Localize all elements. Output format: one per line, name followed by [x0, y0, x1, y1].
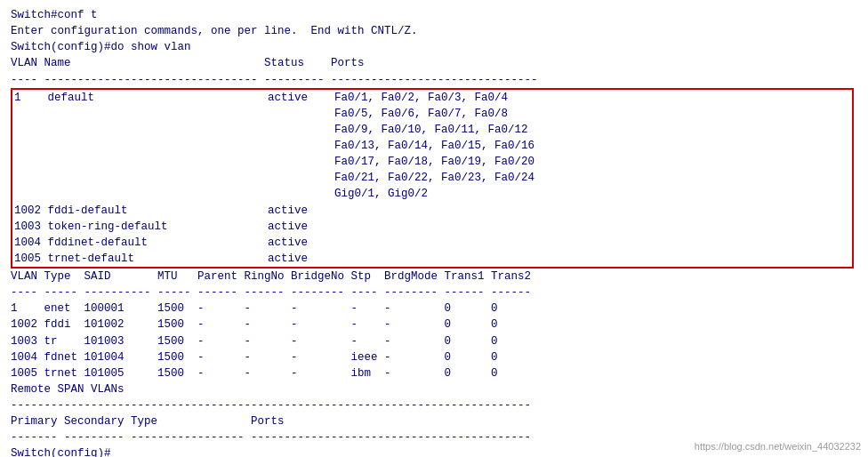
post-line-1: VLAN Type SAID MTU Parent RingNo BridgeN… — [11, 269, 857, 285]
post-line-10: ----------------------------------------… — [11, 397, 857, 413]
line-3: Switch(config)#do show vlan — [11, 39, 857, 55]
post-line-4: 1002 fddi 101002 1500 - - - - - 0 0 — [11, 317, 857, 333]
line-1: Switch#conf t — [11, 7, 857, 23]
post-line-2: ---- ----- ---------- ----- ------ -----… — [11, 285, 857, 301]
vlan-line-2: Fa0/9, Fa0/10, Fa0/11, Fa0/12 — [14, 122, 850, 138]
terminal-window: Switch#conf t Enter configuration comman… — [0, 0, 868, 457]
vlan-highlighted-block: 1 default active Fa0/1, Fa0/2, Fa0/3, Fa… — [11, 88, 854, 269]
post-line-6: 1004 fdnet 101004 1500 - - - ieee - 0 0 — [11, 349, 857, 365]
vlan-line-4: Fa0/17, Fa0/18, Fa0/19, Fa0/20 — [14, 154, 850, 170]
post-line-5: 1003 tr 101003 1500 - - - - - 0 0 — [11, 333, 857, 349]
pre-highlight-section: Switch#conf t Enter configuration comman… — [11, 7, 857, 88]
line-vlan-header: VLAN Name Status Ports — [11, 55, 857, 71]
post-line-12: Primary Secondary Type Ports — [11, 413, 857, 429]
line-vlan-sep: ---- -------------------------------- --… — [11, 72, 857, 88]
post-line-3: 1 enet 100001 1500 - - - - - 0 0 — [11, 301, 857, 317]
post-line-9: Remote SPAN VLANs — [11, 381, 857, 397]
vlan-line-10: 1004 fddinet-default active — [14, 235, 850, 251]
vlan-line-8: 1002 fddi-default active — [14, 203, 850, 219]
vlan-line-0: 1 default active Fa0/1, Fa0/2, Fa0/3, Fa… — [14, 90, 850, 106]
vlan-line-1: Fa0/5, Fa0/6, Fa0/7, Fa0/8 — [14, 106, 850, 122]
vlan-line-9: 1003 token-ring-default active — [14, 219, 850, 235]
watermark-text: https://blog.csdn.net/weixin_44032232 — [695, 441, 861, 452]
post-highlight-section: VLAN Type SAID MTU Parent RingNo BridgeN… — [11, 269, 857, 457]
post-line-7: 1005 trnet 101005 1500 - - - ibm - 0 0 — [11, 365, 857, 381]
vlan-line-6: Gig0/1, Gig0/2 — [14, 186, 850, 202]
vlan-line-3: Fa0/13, Fa0/14, Fa0/15, Fa0/16 — [14, 138, 850, 154]
vlan-line-11: 1005 trnet-default active — [14, 251, 850, 267]
vlan-line-5: Fa0/21, Fa0/22, Fa0/23, Fa0/24 — [14, 170, 850, 186]
line-2: Enter configuration commands, one per li… — [11, 23, 857, 39]
